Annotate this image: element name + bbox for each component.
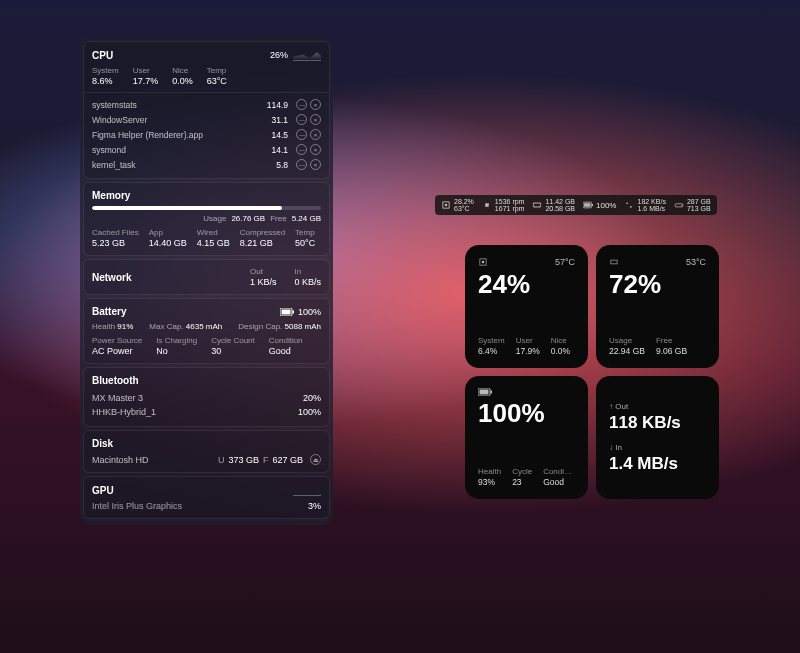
svg-rect-1	[281, 309, 290, 314]
svg-point-4	[445, 204, 448, 207]
cpu-sparkline	[293, 49, 321, 61]
mb-mem[interactable]: 11.42 GB20.58 GB	[532, 198, 575, 212]
mb-battery[interactable]: 100%	[583, 200, 616, 210]
mb-disk[interactable]: 287 GB713 GB	[674, 198, 711, 212]
up-arrow-icon: ↑ Out	[609, 402, 706, 411]
widget-network[interactable]: ↑ Out118 KB/s ↓ In1.4 MB/s	[596, 376, 719, 499]
mem-subcols: Cached Files5.23 GBApp14.40 GBWired4.15 …	[92, 228, 321, 248]
kill-icon[interactable]: ×	[310, 129, 321, 140]
mb-cpu[interactable]: 28.2%63°C	[441, 198, 474, 212]
info-icon[interactable]: ⋯	[296, 114, 307, 125]
svg-rect-5	[534, 203, 542, 207]
down-arrow-icon: ↓ In	[609, 443, 706, 452]
svg-rect-13	[611, 260, 617, 264]
cpu-card[interactable]: CPU 26% System8.6%User17.7%Nice0.0%Temp6…	[83, 41, 330, 179]
gpu-card[interactable]: GPU Intel Iris Plus Graphics3%	[83, 476, 330, 519]
info-icon[interactable]: ⋯	[296, 129, 307, 140]
kill-icon[interactable]: ×	[310, 114, 321, 125]
mem-bar	[92, 206, 321, 210]
battery-icon	[280, 308, 294, 316]
widget-grid: 57°C 24% System6.4%User17.9%Nice0.0% 53°…	[465, 245, 719, 499]
svg-rect-15	[480, 390, 489, 395]
disk-icon	[674, 200, 684, 210]
bt-devlist: MX Master 320%HHKB-Hybrid_1100%	[92, 391, 321, 419]
disk-card[interactable]: Disk Macintosh HD U373 GBF627 GB⏏	[83, 430, 330, 473]
network-card[interactable]: Network Out1 KB/s In0 KB/s	[83, 259, 330, 295]
bluetooth-card[interactable]: Bluetooth MX Master 320%HHKB-Hybrid_1100…	[83, 367, 330, 427]
bat-subcols: Power SourceAC PowerIs ChargingNoCycle C…	[92, 336, 321, 356]
fan-icon	[482, 200, 492, 210]
kill-icon[interactable]: ×	[310, 144, 321, 155]
widget-cpu[interactable]: 57°C 24% System6.4%User17.9%Nice0.0%	[465, 245, 588, 368]
battery-icon	[583, 200, 593, 210]
cpu-title: CPU	[92, 50, 113, 61]
svg-rect-16	[491, 391, 493, 394]
info-icon[interactable]: ⋯	[296, 159, 307, 170]
updown-icon	[624, 200, 634, 210]
widget-memory[interactable]: 53°C 72% Usage22.94 GBFree9.06 GB	[596, 245, 719, 368]
svg-point-10	[681, 205, 682, 206]
widget-battery[interactable]: 100% Health93%Cycle23Condi…Good	[465, 376, 588, 499]
mb-net[interactable]: 182 KB/s1.6 MB/s	[624, 198, 665, 212]
menubar-stats[interactable]: 28.2%63°C 1536 rpm1671 rpm 11.42 GB20.58…	[435, 195, 717, 215]
mem-title: Memory	[92, 190, 130, 201]
memory-icon	[532, 200, 542, 210]
battery-icon	[478, 388, 492, 396]
wmem-sub: Usage22.94 GBFree9.06 GB	[609, 336, 706, 356]
cpu-icon	[478, 257, 488, 267]
wcpu-sub: System6.4%User17.9%Nice0.0%	[478, 336, 575, 356]
svg-point-12	[482, 261, 485, 264]
cpu-pct: 26%	[270, 50, 288, 60]
svg-rect-2	[292, 310, 294, 313]
mem-bar-fill	[92, 206, 282, 210]
kill-icon[interactable]: ×	[310, 159, 321, 170]
gpu-sparkline	[293, 484, 321, 496]
mb-fan[interactable]: 1536 rpm1671 rpm	[482, 198, 525, 212]
kill-icon[interactable]: ×	[310, 99, 321, 110]
cpu-subcols: System8.6%User17.7%Nice0.0%Temp63°C	[92, 66, 321, 86]
info-icon[interactable]: ⋯	[296, 144, 307, 155]
eject-icon[interactable]: ⏏	[310, 454, 321, 465]
memory-card[interactable]: Memory Usage26.76 GB Free5.24 GB Cached …	[83, 182, 330, 256]
info-icon[interactable]: ⋯	[296, 99, 307, 110]
bat-row: Health 91%Max Cap. 4635 mAhDesign Cap. 5…	[92, 322, 321, 331]
svg-rect-7	[584, 203, 590, 207]
svg-rect-8	[592, 204, 593, 206]
wbat-sub: Health93%Cycle23Condi…Good	[478, 467, 575, 487]
cpu-proclist: systemstats114.9⋯×WindowServer31.1⋯×Figm…	[84, 92, 329, 178]
battery-card[interactable]: Battery 100% Health 91%Max Cap. 4635 mAh…	[83, 298, 330, 364]
memory-icon	[609, 257, 619, 267]
stats-panel[interactable]: CPU 26% System8.6%User17.7%Nice0.0%Temp6…	[80, 35, 333, 525]
